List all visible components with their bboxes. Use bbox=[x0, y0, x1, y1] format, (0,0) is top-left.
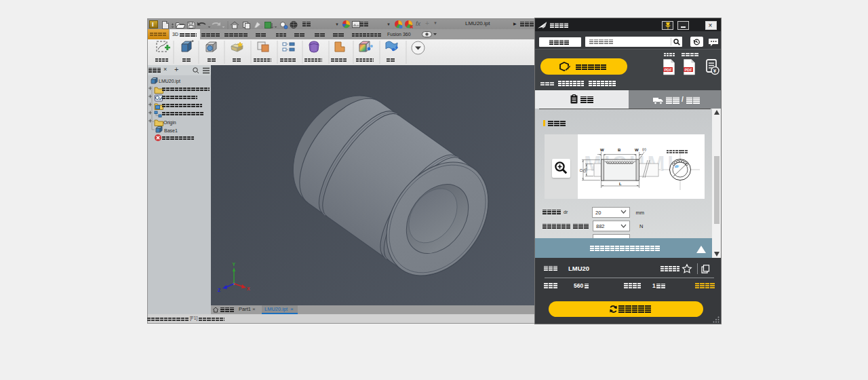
svg-text:PDF: PDF bbox=[684, 67, 692, 71]
svg-text:dr: dr bbox=[675, 164, 679, 168]
svg-text:(r): (r) bbox=[642, 147, 646, 151]
svg-text:¥: ¥ bbox=[713, 68, 717, 74]
svg-text:W: W bbox=[600, 148, 604, 152]
svg-text:L: L bbox=[619, 182, 622, 186]
svg-text:D₁: D₁ bbox=[583, 168, 587, 172]
svg-text:Origin: Origin bbox=[163, 120, 176, 126]
svg-text:B: B bbox=[618, 148, 621, 152]
svg-text:Z: Z bbox=[218, 288, 221, 292]
svg-text:LMU20.ipt: LMU20.ipt bbox=[159, 79, 180, 84]
svg-text:Y: Y bbox=[233, 262, 236, 267]
svg-text:X: X bbox=[247, 286, 250, 291]
svg-text:Base1: Base1 bbox=[164, 128, 178, 133]
svg-text:PDF: PDF bbox=[664, 67, 672, 71]
svg-text:W: W bbox=[635, 148, 639, 152]
